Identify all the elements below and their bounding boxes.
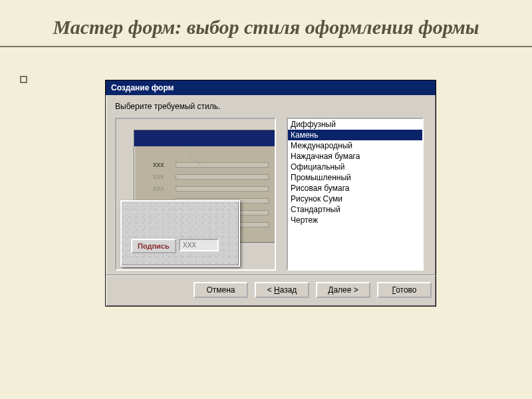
style-list-item[interactable]: Наждачная бумага [288,151,422,162]
wizard-body: xxx xxx xxx Подпись XXX [115,118,426,271]
style-list-item[interactable]: Международный [288,140,422,151]
style-listbox[interactable]: ДиффузныйКаменьМеждународныйНаждачная бу… [287,118,424,271]
window-client-area: Выберите требуемый стиль. xxx xxx xxx [106,95,436,275]
preview-field-line [176,186,269,192]
next-button-rest: алее > [333,285,358,295]
style-list-item[interactable]: Диффузный [288,119,422,130]
back-button[interactable]: < Назад [255,282,309,298]
preview-field-line [176,162,269,168]
preview-caption-label: Подпись [131,239,176,253]
preview-row-label: xxx [153,161,164,168]
preview-row-label: xxx [153,185,164,192]
slide-title-area: Мастер форм: выбор стиля оформления форм… [0,0,532,39]
preview-caption-value: XXX [179,239,219,251]
preview-row-label: xxx [153,173,164,180]
slide-bullet-icon [20,76,27,83]
preview-field-line [176,174,269,180]
back-button-hotkey: Н [274,285,280,295]
style-preview-pane: xxx xxx xxx Подпись XXX [115,118,276,271]
window-title: Создание форм [111,83,174,92]
cancel-button[interactable]: Отмена [194,282,248,298]
wizard-prompt: Выберите требуемый стиль. [115,102,426,111]
style-list-item[interactable]: Чертеж [288,215,422,225]
finish-button-rest: отово [396,285,416,295]
wizard-window: Создание форм Выберите требуемый стиль. … [105,80,436,307]
finish-button[interactable]: Готово [377,282,432,298]
back-button-rest: азад [280,285,297,295]
style-list-item[interactable]: Стандартный [288,204,422,215]
next-button[interactable]: Далее > [316,282,370,298]
preview-mock-header [134,130,276,146]
slide-title: Мастер форм: выбор стиля оформления форм… [0,16,532,39]
style-list-item[interactable]: Рисунок Суми [288,194,422,204]
slide-divider [0,46,532,47]
cancel-button-label: Отмена [206,285,235,295]
style-list-item[interactable]: Рисовая бумага [288,183,422,194]
wizard-button-bar: Отмена < Назад Далее > Готово [106,275,436,306]
preview-zoom-card: Подпись XXX [120,200,240,267]
style-list-item[interactable]: Официальный [288,162,422,172]
style-list-item[interactable]: Камень [288,130,422,140]
window-titlebar: Создание форм [106,80,436,95]
back-button-prefix: < [267,285,274,295]
style-list-item[interactable]: Промышленный [288,172,422,183]
